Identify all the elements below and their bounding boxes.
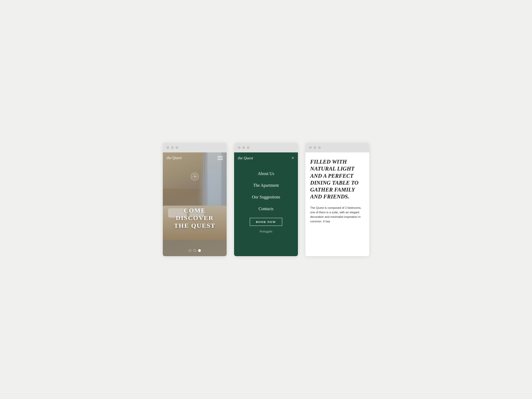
svg-marker-2 (194, 174, 195, 176)
browser-dot-9 (318, 146, 321, 149)
browser-dot-5 (242, 146, 245, 149)
language-switcher[interactable]: Português (260, 228, 272, 237)
svg-marker-3 (194, 177, 195, 179)
header: the Quest (163, 152, 227, 163)
browser-dot-4 (238, 146, 240, 149)
browser-dot-1 (167, 146, 169, 149)
browser-toolbar-2 (234, 143, 298, 152)
svg-marker-4 (192, 176, 194, 177)
svg-marker-5 (195, 176, 197, 177)
carousel-dots (163, 249, 227, 252)
hero-line-3: THE QUEST (163, 222, 227, 230)
nav-item-about-us[interactable]: About Us (234, 168, 298, 180)
hamburger-line-2 (218, 158, 223, 158)
dot-1[interactable] (189, 249, 191, 252)
nav-item-contacts[interactable]: Contacts (234, 203, 298, 215)
hero-line-1: COME (163, 207, 227, 214)
hamburger-button[interactable] (218, 156, 223, 160)
menu-logo: the Quest (238, 156, 253, 160)
dot-2[interactable] (193, 249, 196, 252)
menu-header: the Quest × (234, 152, 298, 164)
mobile-frame-content: FILLED WITH NATURAL LIGHT AND A PERFECT … (305, 143, 369, 256)
browser-dot-2 (171, 146, 174, 149)
nav-item-suggestions[interactable]: Our Suggestions (234, 191, 298, 203)
browser-dot-8 (314, 146, 316, 149)
browser-toolbar-3 (305, 143, 369, 152)
compass-icon (190, 172, 199, 181)
stage: the Quest COME DISCOVER (152, 127, 380, 272)
menu-screen: the Quest × About Us The Apartment Our S… (234, 152, 298, 256)
browser-dot-3 (176, 146, 178, 149)
dot-3[interactable] (198, 249, 201, 252)
content-body: The Quest is composed of 2 bedrooms, one… (310, 206, 364, 224)
content-screen: FILLED WITH NATURAL LIGHT AND A PERFECT … (305, 152, 369, 256)
mobile-frame-hero: the Quest COME DISCOVER (163, 143, 227, 256)
close-button[interactable]: × (292, 156, 294, 160)
hero-text: COME DISCOVER THE QUEST (163, 207, 227, 230)
book-now-button[interactable]: BOOK NOW (250, 218, 282, 226)
content-headline: FILLED WITH NATURAL LIGHT AND A PERFECT … (310, 158, 364, 200)
logo: the Quest (167, 156, 182, 160)
hamburger-line-3 (218, 159, 223, 160)
svg-point-6 (194, 176, 195, 177)
nav-menu: About Us The Apartment Our Suggestions C… (234, 168, 298, 256)
hero-screen: the Quest COME DISCOVER (163, 152, 227, 256)
nav-item-apartment[interactable]: The Apartment (234, 180, 298, 191)
hamburger-line-1 (218, 156, 223, 157)
browser-dot-7 (309, 146, 312, 149)
browser-dot-6 (247, 146, 250, 149)
browser-toolbar-1 (163, 143, 227, 152)
mobile-frame-menu: the Quest × About Us The Apartment Our S… (234, 143, 298, 256)
hero-line-2: DISCOVER (163, 214, 227, 222)
bedroom-background (163, 152, 227, 256)
